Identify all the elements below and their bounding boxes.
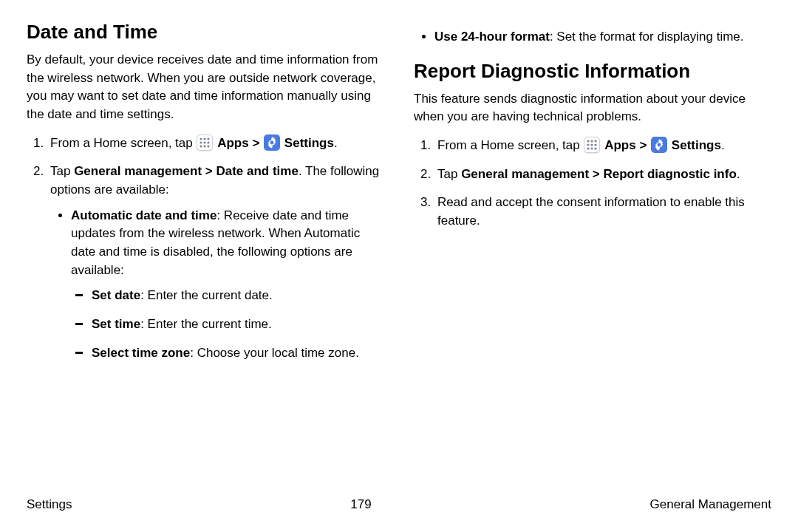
use24-item: Use 24-hour format: Set the format for d… [434,28,771,47]
diag-step-3: Read and accept the consent information … [434,194,771,230]
footer-page-number: 179 [350,496,371,514]
svg-point-12 [595,140,597,143]
svg-point-5 [208,141,210,143]
option-text: : Set the format for displaying time. [550,30,744,44]
diagnostic-intro: This feature sends diagnostic informatio… [414,90,771,126]
svg-point-0 [200,137,202,140]
settings-icon [264,134,280,151]
step-text: From a Home screen, tap [50,136,196,150]
dt-options: Automatic date and time: Receive date an… [50,207,384,362]
svg-point-15 [595,144,597,146]
step-suffix: . [737,167,740,181]
option-text: : Choose your local time zone. [190,346,359,360]
footer-left: Settings [27,496,72,514]
left-column: Date and Time By default, your device re… [27,21,384,372]
footer-right: General Management [650,496,771,514]
apps-label: Apps [217,136,249,150]
set-time-item: Set time: Enter the current time. [92,316,384,334]
diag-step-1: From a Home screen, tap Apps > Settings. [434,137,771,155]
step-suffix: . [721,138,725,152]
svg-point-9 [270,140,274,144]
disabled-options: Set date: Enter the current date. Set ti… [71,287,384,362]
chevron: > [252,136,259,150]
date-time-intro: By default, your device receives date an… [27,51,384,124]
set-date-item: Set date: Enter the current date. [92,287,384,305]
dt-step-1: From a Home screen, tap Apps > Settings. [47,134,384,153]
auto-date-time-item: Automatic date and time: Receive date an… [71,207,384,362]
diag-step-2: Tap General management > Report diagnost… [434,166,771,184]
svg-point-2 [208,137,210,140]
svg-point-7 [204,145,206,147]
settings-icon [651,137,667,153]
chevron: > [639,138,647,152]
option-label: Select time zone [92,346,190,360]
step-text: From a Home screen, tap [437,138,583,152]
svg-point-3 [200,141,202,143]
svg-point-10 [587,140,590,143]
svg-point-18 [595,148,597,150]
apps-icon [584,137,600,153]
option-label: Set time [92,317,140,331]
settings-label: Settings [672,138,721,152]
apps-label: Apps [604,138,636,152]
svg-point-14 [591,144,593,146]
svg-point-13 [587,144,590,146]
step-text: Tap [50,164,74,178]
svg-point-1 [204,137,206,140]
dt-step-2: Tap General management > Date and time. … [47,163,384,362]
step-suffix: . [334,136,338,150]
option-label: Set date [92,288,140,302]
svg-point-4 [204,141,206,143]
svg-point-11 [591,140,593,143]
step-bold: General management > Date and time [74,164,299,178]
page-footer: Settings 179 General Management [27,496,771,514]
date-time-steps: From a Home screen, tap Apps > Settings.… [27,134,384,362]
svg-point-16 [587,148,590,150]
option-text: : Enter the current date. [140,288,273,302]
diagnostic-steps: From a Home screen, tap Apps > Settings.… [414,137,771,231]
option-text: : Enter the current time. [140,317,272,331]
use24-list: Use 24-hour format: Set the format for d… [414,28,771,47]
apps-icon [197,134,213,151]
step-bold: General management > Report diagnostic i… [461,167,737,181]
option-label: Use 24-hour format [434,30,550,44]
time-zone-item: Select time zone: Choose your local time… [92,344,384,363]
diagnostic-heading: Report Diagnostic Information [414,60,771,83]
step-text: Tap [437,167,461,181]
svg-point-19 [658,143,661,147]
right-column: Use 24-hour format: Set the format for d… [414,21,771,372]
settings-label: Settings [284,136,334,150]
svg-point-17 [591,148,593,150]
option-label: Automatic date and time [71,208,216,222]
svg-point-6 [200,145,202,147]
svg-point-8 [208,145,210,147]
date-time-heading: Date and Time [27,21,384,44]
